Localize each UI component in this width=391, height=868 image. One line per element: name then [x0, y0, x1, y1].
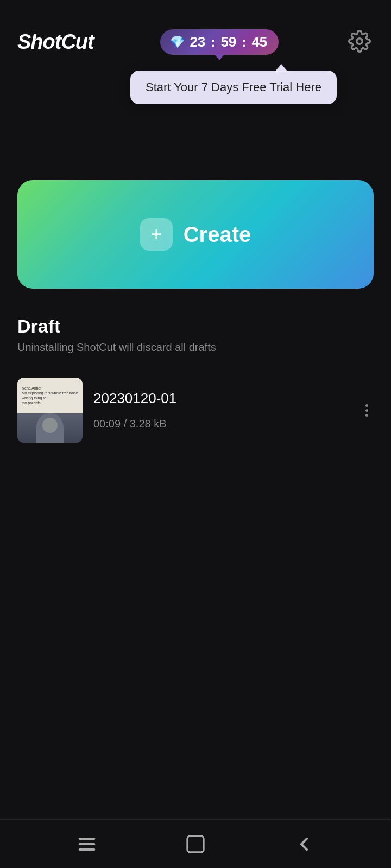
bottom-navigation — [0, 819, 391, 868]
dot-3 — [365, 414, 368, 417]
app-logo: ShotCut — [17, 30, 94, 54]
nav-home-button[interactable] — [185, 833, 206, 855]
diamond-icon: 💎 — [170, 35, 185, 49]
svg-point-0 — [357, 39, 363, 44]
back-icon — [293, 833, 315, 855]
app-header: ShotCut 💎 23 : 59 : 45 — [0, 0, 391, 68]
svg-rect-4 — [187, 836, 204, 852]
trial-tooltip[interactable]: Start Your 7 Days Free Trial Here — [130, 71, 337, 104]
create-section: + Create — [0, 148, 391, 289]
tooltip-container: Start Your 7 Days Free Trial Here — [0, 71, 391, 104]
draft-thumbnail-text: Neha Aknot My exploring this whole freel… — [20, 384, 80, 407]
nav-back-button[interactable] — [293, 833, 315, 855]
trial-timer-badge[interactable]: 💎 23 : 59 : 45 — [160, 29, 279, 55]
dot-2 — [365, 409, 368, 412]
draft-item[interactable]: Neha Aknot My exploring this whole freel… — [17, 373, 374, 447]
timer-minutes: 59 — [219, 34, 238, 50]
home-icon — [185, 833, 206, 855]
timer-seconds: 45 — [250, 34, 269, 50]
draft-size: 3.28 kB — [130, 418, 167, 430]
dot-1 — [365, 404, 368, 407]
draft-thumbnail: Neha Aknot My exploring this whole freel… — [17, 378, 83, 443]
draft-more-button[interactable] — [360, 399, 374, 422]
draft-item-meta: 00:09 / 3.28 kB — [93, 418, 349, 430]
plus-icon-box: + — [140, 218, 173, 251]
draft-subtitle: Uninstalling ShotCut will discard all dr… — [17, 341, 374, 354]
nav-recents-button[interactable] — [76, 833, 98, 855]
timer-colon-2: : — [242, 35, 246, 50]
draft-section: Draft Uninstalling ShotCut will discard … — [0, 289, 391, 447]
draft-duration: 00:09 — [93, 418, 121, 430]
settings-button[interactable] — [345, 27, 374, 57]
create-label: Create — [184, 222, 251, 247]
timer-hours: 23 — [188, 34, 207, 50]
create-button[interactable]: + Create — [17, 180, 374, 289]
draft-thumbnail-person — [17, 413, 83, 443]
draft-item-info: 20230120-01 00:09 / 3.28 kB — [93, 390, 349, 430]
draft-title: Draft — [17, 316, 374, 337]
draft-size-separator: / — [124, 418, 130, 430]
draft-item-name: 20230120-01 — [93, 390, 349, 407]
recents-icon — [76, 833, 98, 855]
timer-colon-1: : — [211, 35, 215, 50]
plus-icon: + — [150, 225, 162, 244]
gear-icon — [348, 30, 371, 53]
